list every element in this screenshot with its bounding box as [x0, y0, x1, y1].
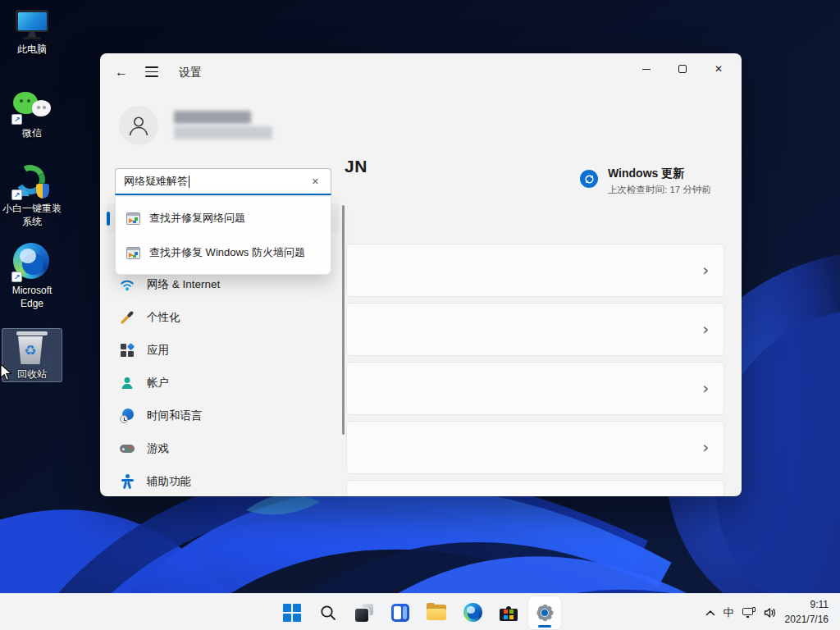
sidebar-scrollbar[interactable]: [342, 205, 345, 435]
start-button[interactable]: [276, 596, 308, 629]
recycle-bin-icon: ♻: [16, 331, 48, 364]
settings-row[interactable]: ›: [346, 362, 724, 415]
desktop-icon-this-pc[interactable]: 此电脑: [0, 10, 64, 56]
gear-icon: [535, 603, 555, 623]
chevron-right-icon: ›: [702, 440, 709, 455]
settings-row[interactable]: ›: [346, 303, 724, 356]
windows-update-title: Windows 更新: [608, 167, 711, 181]
windows-update-sync-icon: [580, 170, 598, 188]
desktop-icon-label: 此电脑: [17, 43, 47, 56]
edge-icon: [463, 603, 482, 622]
sidebar-item-accessibility[interactable]: 辅助功能: [107, 467, 340, 496]
widgets-icon: [391, 604, 409, 622]
desktop-icon-label: 回收站: [17, 368, 47, 381]
xiaobai-reinstall-icon: ↗: [13, 164, 51, 199]
sidebar-item-accounts[interactable]: 帐户: [107, 368, 340, 398]
window-controls: ✕: [628, 57, 737, 81]
network-ethernet-icon[interactable]: [742, 607, 756, 618]
text-caret: [189, 176, 189, 188]
this-pc-icon: [16, 10, 48, 39]
desktop-icon-wechat[interactable]: ↗ 微信: [0, 90, 64, 139]
user-name-redacted: [174, 111, 251, 124]
windows-update-status[interactable]: Windows 更新 上次检查时间: 17 分钟前: [580, 167, 711, 196]
desktop: 此电脑 ↗ 微信 ↗ 小白一键重装系统 ↗ MicrosoftEdge ♻: [0, 0, 840, 630]
search-icon: [319, 604, 337, 622]
search-suggestions-dropdown: 查找并修复网络问题 查找并修复 Windows 防火墙问题: [115, 197, 331, 275]
close-icon: ✕: [714, 63, 723, 75]
clock-time: 9:11: [785, 598, 829, 612]
taskbar-clock[interactable]: 9:11 2021/7/16: [785, 598, 829, 627]
accessibility-icon: [120, 474, 135, 489]
maximize-button[interactable]: [664, 57, 701, 81]
wechat-icon: ↗: [13, 90, 51, 123]
desktop-icon-label: 小白一键重装系统: [2, 202, 62, 228]
back-arrow-icon: ←: [115, 65, 128, 80]
suggestion-label: 查找并修复 Windows 防火墙问题: [149, 245, 305, 260]
speaker-icon[interactable]: [764, 607, 777, 619]
clear-search-icon[interactable]: ✕: [308, 175, 322, 189]
microsoft-store-button[interactable]: [492, 596, 525, 629]
widgets-button[interactable]: [384, 596, 417, 629]
desktop-icon-edge[interactable]: ↗ MicrosoftEdge: [0, 243, 64, 310]
sidebar-item-label: 个性化: [147, 310, 180, 325]
close-button[interactable]: ✕: [701, 57, 737, 81]
troubleshoot-firewall-icon: [126, 247, 140, 259]
device-name-fragment: JN: [345, 157, 368, 176]
page-title: 设置: [179, 66, 202, 80]
system-tray: 中 9:11 2021/7/16: [705, 594, 840, 630]
sidebar-item-label: 应用: [147, 343, 169, 358]
settings-window: ✕ ← 设置 网络疑难解答 ✕ 查找并修复网络问题: [100, 53, 742, 496]
suggestion-label: 查找并修复网络问题: [149, 211, 245, 226]
chevron-right-icon: ›: [702, 381, 709, 396]
edge-icon: ↗: [13, 243, 51, 281]
tray-expand-chevron-icon[interactable]: [705, 609, 715, 616]
file-explorer-button[interactable]: [420, 596, 453, 629]
store-icon: [500, 605, 518, 621]
wifi-icon: [120, 277, 135, 292]
shortcut-arrow-icon: ↗: [11, 189, 22, 200]
desktop-icon-label: MicrosoftEdge: [12, 284, 52, 310]
sidebar-item-label: 辅助功能: [147, 474, 191, 489]
settings-search-input[interactable]: 网络疑难解答 ✕: [115, 168, 331, 195]
minimize-icon: [642, 69, 651, 70]
settings-row[interactable]: ›: [346, 421, 724, 474]
selected-indicator: [107, 212, 110, 226]
sidebar-item-time-language[interactable]: 时间和语言: [107, 401, 340, 431]
settings-row[interactable]: ›: [346, 244, 724, 297]
ime-indicator[interactable]: 中: [724, 605, 734, 620]
taskbar-search-button[interactable]: [312, 596, 345, 629]
settings-row[interactable]: ›: [346, 480, 724, 496]
task-view-icon: [355, 604, 373, 622]
sidebar-item-label: 游戏: [147, 441, 169, 456]
back-button[interactable]: ←: [112, 63, 130, 81]
user-avatar[interactable]: [119, 106, 158, 145]
active-app-indicator: [538, 625, 551, 628]
mouse-cursor: [0, 363, 13, 381]
edge-taskbar-button[interactable]: [456, 596, 489, 629]
task-view-button[interactable]: [348, 596, 381, 629]
sidebar-item-apps[interactable]: 应用: [107, 336, 340, 365]
chevron-right-icon: ›: [702, 322, 709, 337]
time-language-icon: [120, 409, 135, 423]
sidebar-item-gaming[interactable]: 游戏: [107, 434, 340, 463]
windows-logo-icon: [283, 604, 301, 622]
suggestion-fix-network[interactable]: 查找并修复网络问题: [116, 201, 331, 235]
nav-menu-button[interactable]: [145, 66, 158, 77]
windows-update-last-checked: 上次检查时间: 17 分钟前: [608, 184, 711, 196]
sidebar-item-label: 帐户: [147, 376, 169, 390]
settings-sidebar: 网络 & Internet 个性化 应用 帐户: [107, 270, 340, 496]
minimize-button[interactable]: [628, 57, 664, 81]
clock-date: 2021/7/16: [785, 613, 829, 627]
suggestion-fix-firewall[interactable]: 查找并修复 Windows 防火墙问题: [116, 235, 331, 270]
desktop-icon-label: 微信: [22, 126, 42, 139]
chevron-right-icon: ›: [702, 262, 709, 278]
settings-taskbar-button[interactable]: [528, 596, 561, 629]
folder-icon: [427, 605, 446, 620]
shortcut-arrow-icon: ↗: [11, 272, 22, 282]
paintbrush-icon: [120, 310, 135, 325]
person-icon: [126, 113, 151, 138]
desktop-icon-xiaobai-reinstall[interactable]: ↗ 小白一键重装系统: [0, 164, 64, 228]
sidebar-item-personalization[interactable]: 个性化: [107, 303, 340, 332]
sidebar-item-label: 网络 & Internet: [147, 277, 220, 292]
user-email-redacted: [174, 126, 272, 139]
